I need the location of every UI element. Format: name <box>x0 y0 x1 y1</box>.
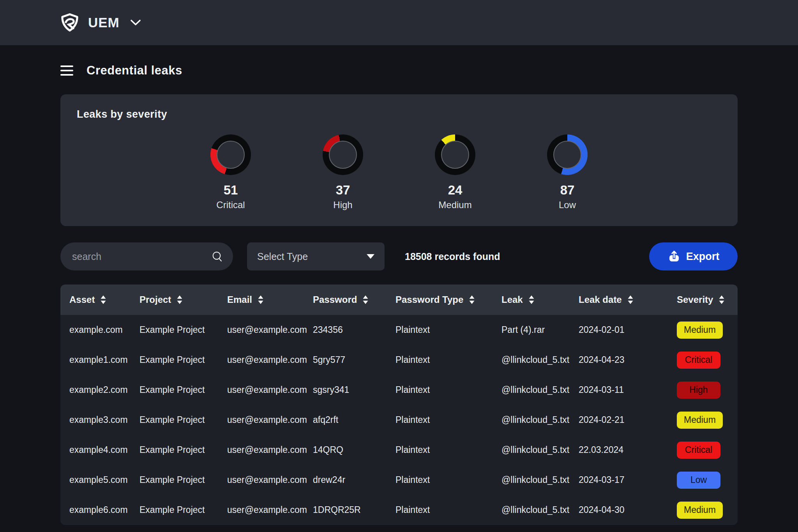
cell-severity: Critical <box>668 442 738 459</box>
sort-arrows-icon <box>627 295 634 304</box>
cell-password: drew24r <box>304 475 387 485</box>
cell-asset: example4.com <box>60 445 131 455</box>
cell-asset: example6.com <box>60 505 131 515</box>
export-button-label: Export <box>686 251 720 263</box>
type-select-value: Select Type <box>257 251 308 262</box>
credential-leaks-table: Asset Project Email Password <box>60 285 738 525</box>
cell-password-type: Plaintext <box>387 415 493 425</box>
sort-arrows-icon <box>362 295 369 304</box>
card-title: Leaks by severity <box>77 108 721 120</box>
sort-arrows-icon <box>258 295 264 304</box>
cell-leak-date: 2024-02-01 <box>570 325 668 335</box>
brand-shield-logo-icon <box>59 12 80 33</box>
cell-password-type: Plaintext <box>387 475 493 485</box>
cell-email: user@example.com <box>218 505 304 515</box>
sort-icon[interactable] <box>100 295 106 304</box>
donut-label: Critical <box>216 200 245 210</box>
cell-password-type: Plaintext <box>387 445 493 455</box>
column-header[interactable]: Asset <box>60 294 131 305</box>
sort-arrows-icon <box>100 295 106 304</box>
sort-icon[interactable] <box>528 295 535 304</box>
column-header[interactable]: Project <box>131 294 218 305</box>
select-caret-icon <box>367 254 374 259</box>
donut-label: Low <box>559 200 576 210</box>
column-header-label: Password Type <box>395 294 463 305</box>
cell-asset: example5.com <box>60 475 131 485</box>
cell-severity: High <box>668 382 738 399</box>
cell-password-type: Plaintext <box>387 385 493 395</box>
cell-email: user@example.com <box>218 415 304 425</box>
cell-password-type: Plaintext <box>387 325 493 335</box>
sort-arrows-icon <box>719 295 725 304</box>
cell-password-type: Plaintext <box>387 505 493 515</box>
donut-label: High <box>333 200 352 210</box>
menu-hamburger-icon[interactable] <box>60 65 73 76</box>
export-button[interactable]: Export <box>649 242 738 270</box>
severity-badge: Medium <box>677 412 723 429</box>
table-row[interactable]: example.com Example Project user@example… <box>60 315 738 345</box>
cell-project: Example Project <box>131 505 218 515</box>
cell-leak: @llinkcloud_5.txt <box>493 475 570 485</box>
sort-icon[interactable] <box>362 295 369 304</box>
column-header-label: Email <box>227 294 252 305</box>
cell-password: afq2rft <box>304 415 387 425</box>
cell-project: Example Project <box>131 325 218 335</box>
column-header[interactable]: Severity <box>668 294 738 305</box>
column-header-label: Leak date <box>579 294 622 305</box>
cell-email: user@example.com <box>218 445 304 455</box>
sort-icon[interactable] <box>627 295 634 304</box>
chevron-down-icon <box>130 19 141 26</box>
app-switcher-chevron[interactable] <box>130 19 141 26</box>
cell-asset: example2.com <box>60 385 131 395</box>
donut-ring <box>323 134 363 175</box>
column-header[interactable]: Leak date <box>570 294 668 305</box>
column-header[interactable]: Email <box>218 294 304 305</box>
cell-project: Example Project <box>131 445 218 455</box>
column-header-label: Password <box>313 294 357 305</box>
table-row[interactable]: example1.com Example Project user@exampl… <box>60 345 738 375</box>
table-row[interactable]: example3.com Example Project user@exampl… <box>60 405 738 435</box>
cell-password: sgsry341 <box>304 385 387 395</box>
sort-icon[interactable] <box>258 295 264 304</box>
cell-leak-date: 2024-04-23 <box>570 355 668 365</box>
sort-arrows-icon <box>177 295 183 304</box>
cell-project: Example Project <box>131 415 218 425</box>
sort-icon[interactable] <box>719 295 725 304</box>
donut-value: 51 <box>224 183 238 198</box>
table-row[interactable]: example2.com Example Project user@exampl… <box>60 375 738 405</box>
cell-severity: Medium <box>668 502 738 519</box>
table-row[interactable]: example4.com Example Project user@exampl… <box>60 435 738 465</box>
severity-donut: 37 High <box>320 134 366 210</box>
cell-email: user@example.com <box>218 355 304 365</box>
table-body: example.com Example Project user@example… <box>60 315 738 525</box>
donut-value: 87 <box>560 183 575 198</box>
cell-leak: @llinkcloud_5.txt <box>493 505 570 515</box>
cell-project: Example Project <box>131 475 218 485</box>
donut-value: 24 <box>448 183 463 198</box>
cell-asset: example1.com <box>60 355 131 365</box>
column-header[interactable]: Password Type <box>387 294 493 305</box>
cell-asset: example3.com <box>60 415 131 425</box>
cell-password: 1DRQR25R <box>304 505 387 515</box>
table-header-row: Asset Project Email Password <box>60 285 738 315</box>
severity-badge: Medium <box>677 322 723 339</box>
cell-leak-date: 2024-03-17 <box>570 475 668 485</box>
column-header[interactable]: Leak <box>493 294 570 305</box>
cell-leak-date: 22.03.2024 <box>570 445 668 455</box>
severity-donut: 51 Critical <box>207 134 254 210</box>
cell-email: user@example.com <box>218 475 304 485</box>
brand-name[interactable]: UEM <box>88 15 120 30</box>
sort-icon[interactable] <box>177 295 183 304</box>
table-row[interactable]: example6.com Example Project user@exampl… <box>60 495 738 525</box>
sort-icon[interactable] <box>469 295 475 304</box>
cell-severity: Medium <box>668 412 738 429</box>
type-select[interactable]: Select Type <box>247 242 385 270</box>
cell-leak-date: 2024-04-30 <box>570 505 668 515</box>
table-row[interactable]: example5.com Example Project user@exampl… <box>60 465 738 495</box>
cell-leak: @llinkcloud_5.txt <box>493 385 570 395</box>
search-input[interactable] <box>60 242 233 270</box>
sort-arrows-icon <box>528 295 535 304</box>
severity-badge: Critical <box>677 442 720 459</box>
cell-password: 234356 <box>304 325 387 335</box>
column-header[interactable]: Password <box>304 294 387 305</box>
